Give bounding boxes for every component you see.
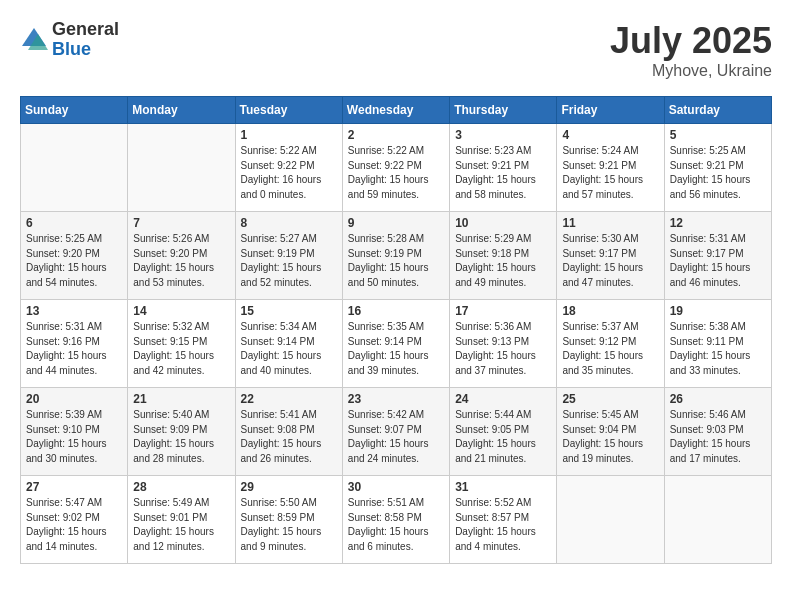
calendar-week-row: 20Sunrise: 5:39 AM Sunset: 9:10 PM Dayli… [21, 388, 772, 476]
calendar-cell: 22Sunrise: 5:41 AM Sunset: 9:08 PM Dayli… [235, 388, 342, 476]
day-info: Sunrise: 5:23 AM Sunset: 9:21 PM Dayligh… [455, 144, 551, 202]
calendar-cell [557, 476, 664, 564]
day-number: 7 [133, 216, 229, 230]
day-info: Sunrise: 5:36 AM Sunset: 9:13 PM Dayligh… [455, 320, 551, 378]
day-info: Sunrise: 5:40 AM Sunset: 9:09 PM Dayligh… [133, 408, 229, 466]
day-number: 21 [133, 392, 229, 406]
day-number: 13 [26, 304, 122, 318]
calendar-cell: 17Sunrise: 5:36 AM Sunset: 9:13 PM Dayli… [450, 300, 557, 388]
calendar-week-row: 27Sunrise: 5:47 AM Sunset: 9:02 PM Dayli… [21, 476, 772, 564]
day-number: 16 [348, 304, 444, 318]
day-info: Sunrise: 5:35 AM Sunset: 9:14 PM Dayligh… [348, 320, 444, 378]
day-info: Sunrise: 5:30 AM Sunset: 9:17 PM Dayligh… [562, 232, 658, 290]
weekday-header-friday: Friday [557, 97, 664, 124]
page-header: General Blue July 2025 Myhove, Ukraine [20, 20, 772, 80]
weekday-header-row: SundayMondayTuesdayWednesdayThursdayFrid… [21, 97, 772, 124]
calendar-cell: 5Sunrise: 5:25 AM Sunset: 9:21 PM Daylig… [664, 124, 771, 212]
calendar-cell: 13Sunrise: 5:31 AM Sunset: 9:16 PM Dayli… [21, 300, 128, 388]
day-info: Sunrise: 5:25 AM Sunset: 9:20 PM Dayligh… [26, 232, 122, 290]
day-number: 22 [241, 392, 337, 406]
location: Myhove, Ukraine [610, 62, 772, 80]
day-info: Sunrise: 5:51 AM Sunset: 8:58 PM Dayligh… [348, 496, 444, 554]
day-info: Sunrise: 5:52 AM Sunset: 8:57 PM Dayligh… [455, 496, 551, 554]
calendar-cell: 21Sunrise: 5:40 AM Sunset: 9:09 PM Dayli… [128, 388, 235, 476]
day-number: 19 [670, 304, 766, 318]
calendar-cell: 27Sunrise: 5:47 AM Sunset: 9:02 PM Dayli… [21, 476, 128, 564]
calendar-cell [128, 124, 235, 212]
logo-text: General Blue [52, 20, 119, 60]
day-number: 5 [670, 128, 766, 142]
weekday-header-tuesday: Tuesday [235, 97, 342, 124]
calendar-cell: 31Sunrise: 5:52 AM Sunset: 8:57 PM Dayli… [450, 476, 557, 564]
day-number: 8 [241, 216, 337, 230]
weekday-header-saturday: Saturday [664, 97, 771, 124]
day-number: 2 [348, 128, 444, 142]
day-info: Sunrise: 5:41 AM Sunset: 9:08 PM Dayligh… [241, 408, 337, 466]
calendar-cell: 30Sunrise: 5:51 AM Sunset: 8:58 PM Dayli… [342, 476, 449, 564]
calendar-cell: 2Sunrise: 5:22 AM Sunset: 9:22 PM Daylig… [342, 124, 449, 212]
day-number: 9 [348, 216, 444, 230]
day-number: 12 [670, 216, 766, 230]
logo-blue-text: Blue [52, 40, 119, 60]
day-number: 24 [455, 392, 551, 406]
day-info: Sunrise: 5:25 AM Sunset: 9:21 PM Dayligh… [670, 144, 766, 202]
calendar-cell [664, 476, 771, 564]
day-number: 4 [562, 128, 658, 142]
weekday-header-thursday: Thursday [450, 97, 557, 124]
day-number: 6 [26, 216, 122, 230]
day-number: 18 [562, 304, 658, 318]
calendar-cell: 14Sunrise: 5:32 AM Sunset: 9:15 PM Dayli… [128, 300, 235, 388]
calendar-week-row: 1Sunrise: 5:22 AM Sunset: 9:22 PM Daylig… [21, 124, 772, 212]
day-info: Sunrise: 5:28 AM Sunset: 9:19 PM Dayligh… [348, 232, 444, 290]
logo: General Blue [20, 20, 119, 60]
title-block: July 2025 Myhove, Ukraine [610, 20, 772, 80]
calendar-cell: 29Sunrise: 5:50 AM Sunset: 8:59 PM Dayli… [235, 476, 342, 564]
calendar-table: SundayMondayTuesdayWednesdayThursdayFrid… [20, 96, 772, 564]
calendar-cell: 11Sunrise: 5:30 AM Sunset: 9:17 PM Dayli… [557, 212, 664, 300]
day-info: Sunrise: 5:34 AM Sunset: 9:14 PM Dayligh… [241, 320, 337, 378]
day-number: 14 [133, 304, 229, 318]
day-info: Sunrise: 5:44 AM Sunset: 9:05 PM Dayligh… [455, 408, 551, 466]
day-info: Sunrise: 5:31 AM Sunset: 9:16 PM Dayligh… [26, 320, 122, 378]
day-number: 3 [455, 128, 551, 142]
day-info: Sunrise: 5:39 AM Sunset: 9:10 PM Dayligh… [26, 408, 122, 466]
day-number: 25 [562, 392, 658, 406]
day-number: 29 [241, 480, 337, 494]
calendar-cell: 15Sunrise: 5:34 AM Sunset: 9:14 PM Dayli… [235, 300, 342, 388]
day-info: Sunrise: 5:31 AM Sunset: 9:17 PM Dayligh… [670, 232, 766, 290]
logo-icon [20, 26, 48, 54]
day-number: 17 [455, 304, 551, 318]
day-info: Sunrise: 5:22 AM Sunset: 9:22 PM Dayligh… [241, 144, 337, 202]
calendar-cell: 28Sunrise: 5:49 AM Sunset: 9:01 PM Dayli… [128, 476, 235, 564]
calendar-cell: 9Sunrise: 5:28 AM Sunset: 9:19 PM Daylig… [342, 212, 449, 300]
day-number: 30 [348, 480, 444, 494]
day-info: Sunrise: 5:38 AM Sunset: 9:11 PM Dayligh… [670, 320, 766, 378]
calendar-cell: 16Sunrise: 5:35 AM Sunset: 9:14 PM Dayli… [342, 300, 449, 388]
day-info: Sunrise: 5:42 AM Sunset: 9:07 PM Dayligh… [348, 408, 444, 466]
calendar-cell: 1Sunrise: 5:22 AM Sunset: 9:22 PM Daylig… [235, 124, 342, 212]
calendar-cell: 3Sunrise: 5:23 AM Sunset: 9:21 PM Daylig… [450, 124, 557, 212]
day-number: 27 [26, 480, 122, 494]
calendar-cell: 10Sunrise: 5:29 AM Sunset: 9:18 PM Dayli… [450, 212, 557, 300]
month-year: July 2025 [610, 20, 772, 62]
day-number: 31 [455, 480, 551, 494]
weekday-header-monday: Monday [128, 97, 235, 124]
day-info: Sunrise: 5:49 AM Sunset: 9:01 PM Dayligh… [133, 496, 229, 554]
calendar-cell: 20Sunrise: 5:39 AM Sunset: 9:10 PM Dayli… [21, 388, 128, 476]
calendar-cell: 25Sunrise: 5:45 AM Sunset: 9:04 PM Dayli… [557, 388, 664, 476]
calendar-cell: 8Sunrise: 5:27 AM Sunset: 9:19 PM Daylig… [235, 212, 342, 300]
calendar-cell: 6Sunrise: 5:25 AM Sunset: 9:20 PM Daylig… [21, 212, 128, 300]
calendar-cell: 7Sunrise: 5:26 AM Sunset: 9:20 PM Daylig… [128, 212, 235, 300]
logo-general-text: General [52, 20, 119, 40]
calendar-cell: 19Sunrise: 5:38 AM Sunset: 9:11 PM Dayli… [664, 300, 771, 388]
day-info: Sunrise: 5:50 AM Sunset: 8:59 PM Dayligh… [241, 496, 337, 554]
day-number: 26 [670, 392, 766, 406]
day-number: 11 [562, 216, 658, 230]
calendar-week-row: 6Sunrise: 5:25 AM Sunset: 9:20 PM Daylig… [21, 212, 772, 300]
calendar-week-row: 13Sunrise: 5:31 AM Sunset: 9:16 PM Dayli… [21, 300, 772, 388]
day-info: Sunrise: 5:26 AM Sunset: 9:20 PM Dayligh… [133, 232, 229, 290]
weekday-header-sunday: Sunday [21, 97, 128, 124]
calendar-cell: 4Sunrise: 5:24 AM Sunset: 9:21 PM Daylig… [557, 124, 664, 212]
day-number: 28 [133, 480, 229, 494]
day-number: 10 [455, 216, 551, 230]
